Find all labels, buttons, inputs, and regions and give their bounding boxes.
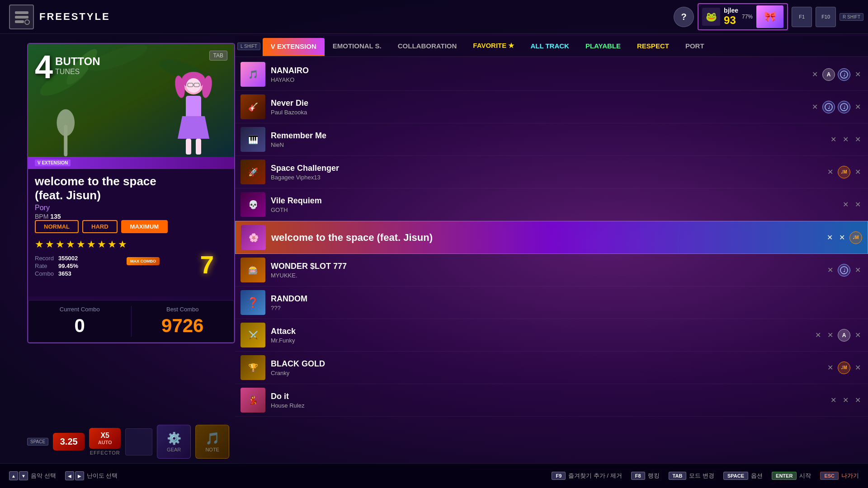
tab-key[interactable]: TAB bbox=[669, 472, 687, 480]
diff-b-icon[interactable]: ♩ bbox=[822, 101, 835, 113]
song-artist: House Rulez bbox=[271, 402, 823, 409]
song-artist: Paul Bazooka bbox=[271, 109, 805, 116]
remove-icon-2[interactable]: ✕ bbox=[853, 166, 863, 178]
remove-icon[interactable]: ✕ bbox=[810, 101, 820, 113]
left-arrow[interactable]: ◀ bbox=[65, 471, 74, 480]
remove-icon-2[interactable]: ✕ bbox=[853, 264, 863, 276]
song-artist: NieN bbox=[271, 141, 823, 148]
svg-rect-0 bbox=[15, 11, 28, 14]
diff-m-icon[interactable]: ♩M bbox=[849, 231, 862, 244]
remove-icon[interactable]: ✕ bbox=[826, 264, 835, 276]
enter-key[interactable]: ENTER bbox=[772, 472, 797, 480]
gear-label: GEAR bbox=[167, 447, 181, 452]
profile-bar[interactable]: 🐸 bjlee 93 77% 🎀 bbox=[698, 3, 788, 30]
remove-icon-2[interactable]: ✕ bbox=[853, 101, 863, 113]
tab-respect[interactable]: RESPECT bbox=[629, 37, 677, 56]
list-item[interactable]: 💀 Vile Requiem GOTH ✕ ✕ bbox=[235, 188, 868, 221]
remove-icon-2[interactable]: ✕ bbox=[841, 394, 850, 406]
svg-rect-20 bbox=[196, 139, 201, 155]
rank-value: 7 bbox=[200, 251, 214, 279]
tab-alltrack[interactable]: ALL TRACK bbox=[522, 37, 577, 56]
right-arrow[interactable]: ▶ bbox=[75, 471, 84, 480]
remove-icon[interactable]: ✕ bbox=[825, 231, 835, 244]
song-row-info: NANAIRO HAYAKO bbox=[271, 66, 805, 83]
diff-b-icon-2[interactable]: ♩ bbox=[838, 101, 850, 113]
list-item-selected[interactable]: 🌸 welcome to the space (feat. Jisun) ✕ ✕… bbox=[235, 221, 868, 254]
f8-text: 랭킹 bbox=[648, 472, 660, 480]
remove-icon[interactable]: ✕ bbox=[826, 361, 835, 374]
svg-rect-19 bbox=[186, 139, 191, 155]
gear-box[interactable]: ⚙️ GEAR bbox=[157, 425, 191, 459]
list-item[interactable]: ⚔️ Attack Mr.Funky ✕ ✕ A ✕ bbox=[235, 319, 868, 352]
down-arrow[interactable]: ▼ bbox=[19, 471, 28, 480]
svg-rect-1 bbox=[15, 16, 28, 19]
remove-icon-2[interactable]: ✕ bbox=[853, 361, 863, 374]
song-list: 🎵 NANAIRO HAYAKO ✕ A ♩ ✕ 🎸 Never Die Pau… bbox=[235, 58, 868, 417]
remove-icon[interactable]: ✕ bbox=[829, 394, 838, 406]
song-title: welcome to the space (feat. Jisun) bbox=[271, 232, 820, 244]
remove-icon[interactable]: ✕ bbox=[813, 329, 823, 341]
diff-normal-tab[interactable]: NORMAL bbox=[35, 220, 79, 233]
diff-maximum-tab[interactable]: MAXIMUM bbox=[121, 220, 168, 233]
tab-text: 모드 변경 bbox=[689, 472, 714, 480]
remove-icon[interactable]: ✕ bbox=[810, 68, 820, 80]
tab-port[interactable]: PORT bbox=[677, 37, 712, 56]
tab-favorite[interactable]: FAVORITE ★ bbox=[465, 36, 522, 56]
difficulty-tabs: NORMAL HARD MAXIMUM bbox=[35, 220, 227, 233]
diff-a-icon[interactable]: A bbox=[838, 329, 850, 342]
diff-b-icon[interactable]: ♩ bbox=[838, 68, 850, 81]
f1-button[interactable]: F1 bbox=[792, 7, 812, 27]
current-combo: Current Combo 0 bbox=[28, 306, 131, 337]
remove-icon-3[interactable]: ✕ bbox=[853, 133, 863, 145]
list-item[interactable]: 🎰 WONDER $LOT 777 MYUKKE. ✕ ♩ ✕ bbox=[235, 254, 868, 286]
diff-m-icon[interactable]: ♩M bbox=[838, 166, 850, 178]
track-area: L SHIFT V EXTENSION EMOTIONAL S. COLLABO… bbox=[235, 36, 868, 461]
remove-icon-2[interactable]: ✕ bbox=[853, 198, 863, 211]
diff-m-icon[interactable]: ♩M bbox=[838, 361, 850, 374]
list-item[interactable]: 🎸 Never Die Paul Bazooka ✕ ♩ ♩ ✕ bbox=[235, 91, 868, 123]
up-arrow[interactable]: ▲ bbox=[9, 471, 18, 480]
space-text: 옵션 bbox=[751, 472, 763, 480]
space-key[interactable]: SPACE bbox=[723, 472, 748, 480]
remove-icon[interactable]: ✕ bbox=[826, 166, 835, 178]
diff-hard-tab[interactable]: HARD bbox=[82, 220, 118, 233]
f9-key[interactable]: F9 bbox=[552, 472, 566, 480]
speed-box[interactable]: 3.25 bbox=[53, 433, 85, 450]
remove-icon-3[interactable]: ✕ bbox=[853, 329, 863, 341]
song-icons: ✕ ✕ A ✕ bbox=[813, 329, 863, 342]
note-box[interactable]: 🎵 NOTE bbox=[195, 425, 229, 459]
list-item[interactable]: 🚀 Space Challenger Bagagee Viphex13 ✕ ♩M… bbox=[235, 156, 868, 188]
song-title: Remember Me bbox=[271, 131, 823, 141]
remove-icon[interactable]: ✕ bbox=[841, 198, 850, 211]
tab-vextension[interactable]: V EXTENSION bbox=[263, 38, 325, 56]
space-item: SPACE 옵션 bbox=[723, 472, 763, 480]
list-item[interactable]: 💃 Do it House Rulez ✕ ✕ ✕ bbox=[235, 384, 868, 417]
up-down-arrows: ▲ ▼ bbox=[9, 471, 28, 480]
esc-key[interactable]: ESC bbox=[820, 472, 839, 480]
remove-icon-2[interactable]: ✕ bbox=[826, 329, 835, 341]
diff-a-icon[interactable]: A bbox=[822, 68, 835, 81]
list-item-random[interactable]: ❓ RANDOM ??? bbox=[235, 286, 868, 319]
list-item[interactable]: 🎹 Remember Me NieN ✕ ✕ ✕ bbox=[235, 123, 868, 156]
song-row-info: welcome to the space (feat. Jisun) bbox=[271, 232, 820, 244]
f8-key[interactable]: F8 bbox=[631, 472, 645, 480]
tab-emotionals[interactable]: EMOTIONAL S. bbox=[325, 37, 390, 56]
tab-collaboration[interactable]: COLLABORATION bbox=[390, 37, 465, 56]
list-item[interactable]: 🏆 BLACK GOLD Cranky ✕ ♩M ✕ bbox=[235, 352, 868, 384]
help-button[interactable]: ? bbox=[674, 7, 694, 27]
remove-icon[interactable]: ✕ bbox=[829, 133, 838, 145]
svg-text:♩: ♩ bbox=[843, 72, 845, 77]
song-icons: ✕ ✕ ✕ bbox=[829, 394, 863, 406]
fever-sub: AUTO bbox=[94, 440, 115, 445]
list-item[interactable]: 🎵 NANAIRO HAYAKO ✕ A ♩ ✕ bbox=[235, 58, 868, 91]
remove-icon-2[interactable]: ✕ bbox=[853, 68, 863, 80]
f10-button[interactable]: F10 bbox=[816, 7, 836, 27]
tab-playable[interactable]: PLAYABLE bbox=[577, 37, 629, 56]
remove-icon-2[interactable]: ✕ bbox=[841, 133, 850, 145]
remove-icon-2[interactable]: ✕ bbox=[837, 231, 847, 244]
remove-icon-3[interactable]: ✕ bbox=[853, 394, 863, 406]
diff-b-icon[interactable]: ♩ bbox=[838, 264, 850, 277]
left-panel: 4 BUTTON TUNES TAB bbox=[27, 43, 235, 343]
effector-slot[interactable] bbox=[125, 428, 152, 455]
note-label: NOTE bbox=[205, 447, 219, 452]
